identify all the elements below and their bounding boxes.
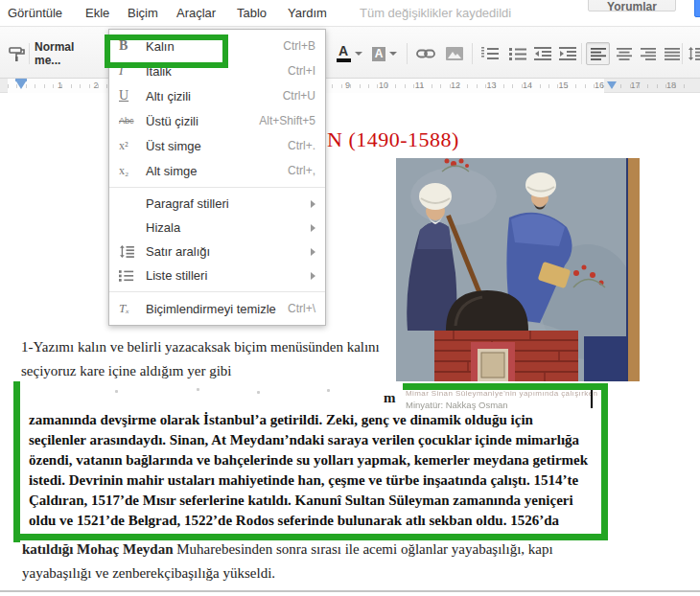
- decrease-indent-icon[interactable]: [530, 42, 555, 65]
- stray-bold-character: m: [384, 390, 396, 406]
- ruler-number: 16: [593, 80, 606, 90]
- ruler: 123456789101112131415161718: [0, 79, 700, 93]
- subscript-icon: x₂: [117, 164, 146, 178]
- instruction-line: seçiyoruz kare içine aldığım yer gibi: [21, 359, 380, 383]
- menu-item-alt-simge[interactable]: x₂ Alt simge Ctrl+,: [109, 158, 325, 183]
- instruction-line: 1-Yazımı kalın ve belirli yazacaksak biç…: [21, 335, 380, 359]
- menu-tablo[interactable]: Tablo: [235, 0, 268, 26]
- menu-item-paragraf-stilleri[interactable]: Paragraf stilleri: [109, 192, 325, 216]
- annotation-box-text-bottom: [13, 534, 608, 540]
- insert-link-icon[interactable]: [413, 42, 438, 65]
- ruler-number: 13: [484, 80, 498, 90]
- annotation-box-text-top: [403, 383, 608, 390]
- last-paragraph: katıldığı Mohaç Meydan Muharebesinden so…: [22, 538, 553, 585]
- ruler-number: 15: [556, 80, 570, 90]
- align-center-icon[interactable]: [612, 42, 636, 65]
- paragraph-style-selector[interactable]: Normal me...: [35, 42, 96, 65]
- ruler-number: 18: [665, 80, 678, 90]
- numbered-list-icon[interactable]: [478, 42, 502, 65]
- line-spacing-icon[interactable]: [685, 42, 700, 65]
- menu-goruntule[interactable]: Görüntüle: [6, 0, 64, 26]
- erased-text-speck: [115, 390, 118, 393]
- underline-icon: U: [117, 88, 146, 103]
- toolbar-separator: [407, 43, 408, 64]
- bold-paragraph-line: özendi, vatanın bağlarında ve bahçelerin…: [29, 450, 588, 470]
- bulleted-list-icon[interactable]: [505, 42, 530, 65]
- document-title: N (1490-1588): [327, 127, 459, 152]
- menu-item-liste-stilleri[interactable]: Liste stilleri: [109, 264, 325, 287]
- text-cursor: [591, 389, 593, 408]
- menu-ekle[interactable]: Ekle: [83, 0, 111, 26]
- bold-paragraph: zamanında devşirme olarak İstanbul’a get…: [29, 410, 588, 531]
- text-color-button[interactable]: A: [336, 42, 362, 65]
- menu-item-ust-simge[interactable]: x² Üst simge Ctrl+.: [109, 133, 325, 158]
- toolbar-separator: [29, 43, 30, 64]
- annotation-box-text-right: [601, 383, 608, 540]
- ruler-number: 12: [449, 80, 462, 90]
- paint-format-icon[interactable]: [6, 42, 27, 65]
- document-page[interactable]: N (1490-1588): [0, 93, 700, 590]
- submenu-arrow-icon: [311, 224, 315, 232]
- increase-indent-icon[interactable]: [555, 42, 580, 65]
- comments-button[interactable]: Yorumlar: [588, 0, 676, 11]
- align-justify-icon[interactable]: [660, 42, 684, 65]
- menu-item-bicimlendirmeyi-temizle[interactable]: Tₓ Biçimlendirmeyi temizle Ctrl+\: [109, 296, 325, 321]
- submenu-arrow-icon: [311, 272, 315, 280]
- ruler-number: 1: [56, 80, 64, 90]
- miniature-painting-image[interactable]: [396, 158, 640, 381]
- insert-image-icon[interactable]: [442, 42, 467, 65]
- menu-yardim[interactable]: Yardım: [286, 0, 329, 26]
- chevron-down-icon: [389, 52, 397, 56]
- page-bottom-divider: [0, 590, 700, 592]
- menu-bicim[interactable]: Biçim: [126, 0, 160, 26]
- submenu-arrow-icon: [311, 248, 315, 256]
- ruler-number: 2: [91, 80, 100, 90]
- line-spacing-icon: [117, 245, 146, 258]
- menu-item-hizala[interactable]: Hizala: [109, 216, 325, 240]
- erased-text-speck: [257, 391, 260, 394]
- menu-item-alti-cizili[interactable]: U Altı çizili Ctrl+U: [109, 83, 325, 108]
- strikethrough-icon: Abc: [117, 116, 146, 126]
- highlight-glyph: A: [372, 47, 386, 61]
- clear-formatting-icon: Tₓ: [117, 301, 146, 316]
- annotation-box-text-left: [13, 381, 20, 542]
- toolbar-separator: [472, 43, 473, 64]
- text-color-swatch: [337, 58, 351, 62]
- annotation-box-kalin: [105, 34, 228, 68]
- toolbar-separator: [682, 43, 683, 64]
- menu-item-satir-araligi[interactable]: Satır aralığı: [109, 240, 325, 264]
- ruler-number: 14: [521, 80, 534, 90]
- ruler-number: 9: [343, 80, 352, 90]
- last-paragraph-line: yayabaşılığı ve zenberekçibaşılığa yükse…: [22, 562, 553, 585]
- menu-item-ustu-cizili[interactable]: Abc Üstü çizili Alt+Shift+5: [109, 108, 325, 133]
- bold-paragraph-line: seçilenler arasındaydı. Sinan, At Meydan…: [29, 430, 588, 450]
- first-line-indent-marker[interactable]: [16, 81, 26, 89]
- menu-araclar[interactable]: Araçlar: [175, 0, 218, 26]
- superscript-icon: x²: [117, 139, 146, 153]
- right-indent-marker[interactable]: [607, 81, 617, 89]
- erased-text-speck: [197, 388, 199, 391]
- text-color-glyph: A: [338, 45, 348, 57]
- toolbar-separator: [581, 43, 582, 64]
- ruler-number: 11: [413, 80, 426, 90]
- bold-paragraph-line: oldu ve 1521’de Belgrad, 1522’de Rodos s…: [29, 511, 588, 531]
- ruler-number: 17: [628, 80, 642, 90]
- bold-paragraph-line: zamanında devşirme olarak İstanbul’a get…: [29, 410, 588, 430]
- google-docs-window: Görüntüle Ekle Biçim Araçlar Tablo Yardı…: [0, 0, 700, 596]
- last-paragraph-line: katıldığı Mohaç Meydan Muharebesinden so…: [22, 538, 553, 562]
- instruction-paragraph: 1-Yazımı kalın ve belirli yazacaksak biç…: [21, 335, 380, 383]
- save-status: Tüm değişiklikler kaydedildi: [360, 0, 511, 26]
- bold-paragraph-line: Çaldıran, 1517’de Mısır seferlerine katı…: [29, 491, 588, 511]
- erased-text-speck: [327, 389, 330, 392]
- list-styles-icon: [117, 269, 146, 282]
- menu-separator: [109, 187, 325, 188]
- align-right-icon[interactable]: [636, 42, 660, 65]
- share-button[interactable]: [694, 0, 700, 17]
- highlight-color-button[interactable]: A: [370, 42, 399, 65]
- chevron-down-icon: [355, 52, 362, 56]
- ruler-number: 10: [377, 80, 390, 90]
- bold-paragraph-line: istedi. Devrinin mahir ustaları mahiyeti…: [29, 470, 588, 491]
- submenu-arrow-icon: [311, 200, 315, 208]
- align-left-icon[interactable]: [586, 42, 610, 65]
- menu-separator: [109, 291, 325, 292]
